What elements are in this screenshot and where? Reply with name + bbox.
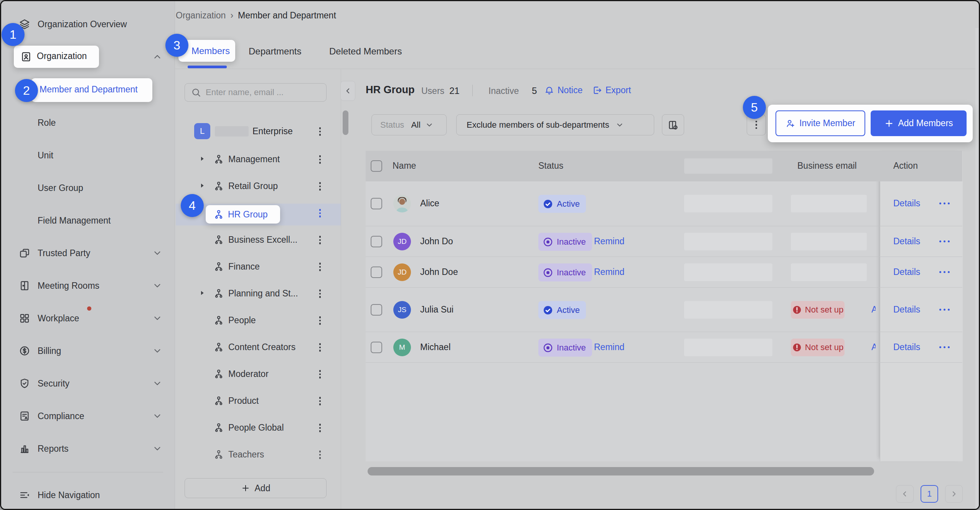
hide-navigation-button[interactable]: Hide Navigation (1, 487, 175, 503)
row-checkbox[interactable] (371, 304, 382, 316)
clipped-link[interactable]: Add (871, 304, 876, 315)
row-more-icon[interactable] (939, 309, 952, 311)
sidebar-item-reports[interactable]: Reports (1, 440, 175, 457)
chevron-down-icon[interactable] (152, 313, 162, 323)
invite-person-icon (785, 118, 795, 128)
notice-link[interactable]: Notice (544, 85, 582, 95)
add-members-button[interactable]: Add Members (871, 110, 967, 136)
details-link[interactable]: Details (893, 236, 920, 247)
sidebar-item-user-group[interactable]: User Group (1, 179, 175, 196)
row-more-icon[interactable] (939, 346, 952, 348)
chevron-down-icon[interactable] (152, 444, 162, 454)
sidebar-item-workplace[interactable]: Workplace (1, 310, 175, 327)
tree-scrollbar[interactable] (343, 110, 348, 135)
scope-filter[interactable]: Exclude members of sub-departments (456, 114, 654, 135)
expand-arrow-icon[interactable] (199, 182, 206, 190)
chevron-up-icon[interactable] (152, 52, 162, 62)
sidebar-item-trusted-party[interactable]: Trusted Party (1, 245, 175, 262)
sidebar-item-billing[interactable]: Billing (1, 342, 175, 359)
row-more-icon[interactable] (939, 202, 952, 204)
chevron-down-icon[interactable] (152, 248, 162, 258)
expand-arrow-icon[interactable] (199, 290, 206, 297)
prev-page-button[interactable] (896, 485, 914, 503)
chevron-down-icon[interactable] (152, 346, 162, 356)
details-link[interactable]: Details (893, 304, 920, 315)
more-actions-icon[interactable] (315, 422, 325, 434)
tree-item-content-creators[interactable]: Content Creators (176, 339, 341, 356)
tree-search[interactable] (185, 83, 327, 102)
export-link[interactable]: Export (592, 85, 631, 95)
search-input[interactable] (205, 87, 314, 98)
row-checkbox[interactable] (371, 236, 382, 247)
remind-link[interactable]: Remind (594, 267, 624, 277)
more-actions-icon[interactable] (315, 234, 325, 246)
tree-item-retail-group[interactable]: Retail Group (176, 178, 341, 195)
sidebar-item-member-and-department[interactable]: Member and Department (31, 78, 152, 102)
status-badge-inactive: Inactive (538, 339, 592, 357)
more-actions-icon[interactable] (315, 369, 325, 380)
tree-item-people-global[interactable]: People Global (176, 420, 341, 436)
sidebar-item-unit[interactable]: Unit (1, 147, 175, 164)
breadcrumb-parent[interactable]: Organization (176, 10, 226, 21)
add-department-button[interactable]: Add (185, 478, 327, 498)
sidebar-item-field-management[interactable]: Field Management (1, 212, 175, 229)
tab-deleted-members[interactable]: Deleted Members (329, 46, 402, 57)
more-actions-icon[interactable] (315, 315, 325, 326)
more-actions-icon[interactable] (315, 181, 325, 192)
more-actions-icon[interactable] (315, 288, 325, 299)
row-checkbox[interactable] (371, 198, 382, 209)
tree-item-people[interactable]: People (176, 312, 341, 329)
more-actions-icon[interactable] (315, 207, 325, 219)
details-link[interactable]: Details (893, 198, 920, 209)
tab-departments[interactable]: Departments (249, 46, 301, 57)
tree-item-business-excellence[interactable]: Business Excell... (176, 232, 341, 248)
sidebar-item-meeting-rooms[interactable]: Meeting Rooms (1, 277, 175, 294)
next-page-button[interactable] (945, 485, 963, 503)
more-actions-icon[interactable] (315, 126, 325, 137)
chevron-down-icon[interactable] (152, 378, 162, 388)
select-all-checkbox[interactable] (371, 160, 382, 172)
clipped-link[interactable]: Add (871, 342, 876, 352)
horizontal-scrollbar[interactable] (368, 467, 874, 475)
tree-item-enterprise[interactable]: L Enterprise (176, 123, 341, 140)
row-checkbox[interactable] (371, 267, 382, 278)
row-more-icon[interactable] (939, 240, 952, 242)
tree-item-management[interactable]: Management (176, 151, 341, 168)
sidebar-item-compliance[interactable]: Compliance (1, 408, 175, 424)
tree-item-moderator[interactable]: Moderator (176, 366, 341, 383)
tree-item-product[interactable]: Product (176, 393, 341, 410)
more-actions-icon[interactable] (315, 154, 325, 165)
bell-icon (544, 85, 554, 95)
page-number-button[interactable]: 1 (921, 485, 938, 503)
row-more-icon[interactable] (939, 271, 952, 273)
tree-item-label: Finance (228, 262, 260, 272)
tree-item-planning-and-strategy[interactable]: Planning and St... (176, 285, 341, 302)
tree-item-finance[interactable]: Finance (176, 258, 341, 275)
more-actions-icon[interactable] (315, 395, 325, 407)
sidebar-item-organization-overview[interactable]: Organization Overview (1, 16, 175, 33)
column-settings-button[interactable] (662, 114, 684, 135)
details-link[interactable]: Details (893, 342, 920, 352)
sidebar-item-role[interactable]: Role (1, 114, 175, 131)
status-filter[interactable]: Status All (371, 114, 447, 135)
details-link[interactable]: Details (893, 267, 920, 277)
sidebar-item-organization[interactable]: Organization (14, 46, 99, 68)
users-count: 21 (449, 86, 460, 96)
more-actions-icon[interactable] (315, 449, 325, 461)
expand-arrow-icon[interactable] (199, 155, 206, 163)
more-actions-icon[interactable] (315, 342, 325, 353)
tree-item-teachers[interactable]: Teachers (176, 446, 341, 463)
more-actions-icon[interactable] (315, 261, 325, 273)
department-icon (213, 154, 224, 165)
row-checkbox[interactable] (371, 342, 382, 353)
chevron-down-icon[interactable] (152, 411, 162, 421)
invite-member-button[interactable]: Invite Member (775, 110, 865, 136)
sidebar-item-security[interactable]: Security (1, 375, 175, 392)
not-set-up-label: Not set up (805, 342, 843, 352)
remind-link[interactable]: Remind (594, 236, 624, 247)
avatar: JD (393, 263, 411, 281)
chevron-down-icon[interactable] (152, 281, 162, 291)
collapse-tree-button[interactable] (340, 81, 355, 101)
tree-item-hr-group[interactable]: HR Group (206, 205, 280, 224)
remind-link[interactable]: Remind (594, 342, 624, 352)
